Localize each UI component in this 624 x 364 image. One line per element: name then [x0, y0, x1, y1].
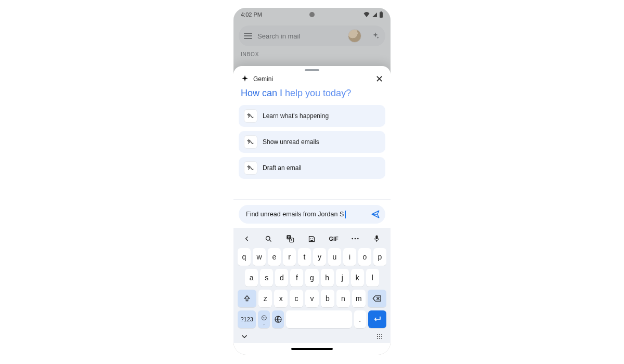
svg-rect-12: [376, 236, 378, 240]
headline-part-1: How can I: [241, 88, 285, 98]
key-backspace[interactable]: [368, 290, 386, 307]
key-k[interactable]: k: [351, 269, 364, 287]
nav-pill[interactable]: [291, 348, 333, 350]
sheet-title: Gemini: [253, 75, 371, 83]
key-s[interactable]: s: [260, 269, 273, 287]
suggestion-list: Learn what's happening Show unread email…: [233, 105, 391, 179]
key-h[interactable]: h: [321, 269, 334, 287]
headline-part-2: help you today?: [285, 88, 351, 98]
key-i[interactable]: i: [343, 248, 356, 266]
key-u[interactable]: u: [328, 248, 341, 266]
suggestion-label: Show unread emails: [263, 138, 319, 146]
key-y[interactable]: y: [313, 248, 326, 266]
comma-label: ,: [264, 320, 265, 326]
key-n[interactable]: n: [336, 290, 350, 307]
send-button[interactable]: [371, 210, 380, 219]
key-p[interactable]: p: [373, 248, 386, 266]
sheet-grabber[interactable]: [305, 69, 319, 71]
suggestion-label: Draft an email: [263, 164, 302, 172]
kb-gif-button[interactable]: GIF: [328, 232, 340, 245]
svg-point-9: [352, 238, 354, 240]
kb-sticker-icon[interactable]: [306, 232, 318, 245]
svg-point-11: [357, 238, 359, 240]
android-nav-bar: [233, 343, 391, 355]
keyboard-row-4: ?123 ☺ , .: [236, 309, 388, 330]
svg-point-14: [377, 334, 378, 335]
kb-more-icon[interactable]: [349, 232, 361, 245]
suggestion-learn-happening[interactable]: Learn what's happening: [239, 105, 385, 127]
sheet-header: Gemini ✕: [233, 72, 391, 85]
svg-point-20: [377, 338, 378, 339]
key-period[interactable]: .: [354, 310, 366, 328]
bounce-arrow-icon: [244, 109, 257, 123]
phone-frame: 4:02 PM Search in mail INBOX: [233, 8, 391, 355]
keyboard-row-2: a s d f g h j k l: [236, 267, 388, 288]
prompt-input[interactable]: Find unread emails from Jordan S: [239, 205, 385, 224]
headline: How can I help you today?: [233, 85, 391, 105]
keyboard-row-3: z x c v b n m: [236, 288, 388, 309]
svg-point-22: [381, 338, 382, 339]
kb-mic-icon[interactable]: [371, 232, 383, 245]
key-b[interactable]: b: [321, 290, 334, 307]
close-button[interactable]: ✕: [375, 74, 383, 84]
svg-text:A: A: [291, 239, 293, 242]
gemini-sparkle-icon: [241, 75, 249, 83]
key-f[interactable]: f: [290, 269, 303, 287]
kb-collapse-icon[interactable]: [241, 334, 248, 339]
svg-point-21: [379, 338, 380, 339]
gemini-sheet: Gemini ✕ How can I help you today? Learn…: [233, 66, 391, 355]
key-z[interactable]: z: [258, 290, 272, 307]
key-shift[interactable]: [238, 290, 256, 307]
bounce-arrow-icon: [244, 161, 257, 175]
keyboard-footer: [236, 330, 388, 341]
suggestion-draft-email[interactable]: Draft an email: [239, 157, 385, 179]
key-x[interactable]: x: [274, 290, 288, 307]
keyboard-row-1: q w e r t y u i o p: [236, 246, 388, 267]
svg-point-2: [266, 236, 270, 240]
key-globe[interactable]: [272, 310, 284, 328]
prompt-input-text: Find unread emails from Jordan S: [246, 211, 367, 218]
key-m[interactable]: m: [352, 290, 366, 307]
key-g[interactable]: g: [305, 269, 318, 287]
svg-point-16: [381, 334, 382, 335]
key-c[interactable]: c: [290, 290, 303, 307]
key-r[interactable]: r: [283, 248, 296, 266]
prompt-input-value: Find unread emails from Jordan S: [246, 211, 344, 218]
svg-point-17: [377, 336, 378, 337]
key-emoji-comma[interactable]: ☺ ,: [258, 310, 270, 328]
kb-translate-icon[interactable]: 文A: [284, 232, 296, 245]
svg-point-19: [381, 336, 382, 337]
key-q[interactable]: q: [238, 248, 251, 266]
key-o[interactable]: o: [358, 248, 371, 266]
kb-search-icon[interactable]: [263, 232, 275, 245]
key-numbers[interactable]: ?123: [238, 310, 256, 328]
key-enter[interactable]: [368, 310, 386, 328]
key-l[interactable]: l: [366, 269, 379, 287]
svg-point-10: [355, 238, 356, 240]
svg-point-15: [379, 334, 380, 335]
key-space[interactable]: [286, 310, 352, 328]
keyboard: 文A GIF q w e r t y u i o p: [233, 228, 391, 343]
bounce-arrow-icon: [244, 135, 257, 149]
svg-point-7: [310, 238, 311, 239]
kb-grid-icon[interactable]: [376, 333, 383, 340]
keyboard-toolbar: 文A GIF: [236, 231, 388, 246]
suggestion-show-unread[interactable]: Show unread emails: [239, 131, 385, 153]
key-d[interactable]: d: [275, 269, 288, 287]
key-v[interactable]: v: [305, 290, 319, 307]
text-caret: [345, 211, 346, 218]
key-e[interactable]: e: [268, 248, 281, 266]
svg-point-8: [313, 238, 314, 239]
kb-back-icon[interactable]: [241, 232, 253, 245]
key-t[interactable]: t: [298, 248, 311, 266]
suggestion-label: Learn what's happening: [263, 112, 329, 120]
svg-point-18: [379, 336, 380, 337]
input-area: Find unread emails from Jordan S: [233, 199, 391, 228]
key-w[interactable]: w: [253, 248, 266, 266]
key-j[interactable]: j: [336, 269, 349, 287]
key-a[interactable]: a: [245, 269, 258, 287]
